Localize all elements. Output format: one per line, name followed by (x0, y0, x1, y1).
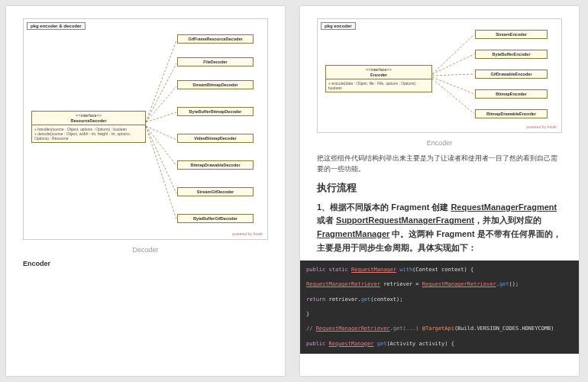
t: 1、根据不同版本的 Fragment 创建 (317, 202, 451, 212)
t: ，并加入到对应的 (474, 215, 541, 225)
page-left: pkg encoder & decoder <<interface>> Reso… (6, 6, 285, 376)
svg-line-12 (432, 79, 474, 114)
c: RequestManagerRetriever (316, 325, 390, 332)
stereotype: <<interface>> (329, 67, 428, 73)
encoder-heading: Encoder (23, 260, 268, 267)
decoder-caption: Decoder (23, 246, 268, 254)
interface-name: Encoder (329, 73, 428, 78)
svg-line-8 (432, 34, 474, 74)
impl-gifdrawableencoder: GifDrawableEncoder (475, 70, 548, 79)
interface-encoder: <<interface>> Encoder + encode(data : Ob… (325, 65, 432, 92)
impl-videobitmapdecoder: VideoBitmapDecoder (177, 134, 254, 143)
svg-line-3 (146, 112, 176, 122)
impl-gifframeresourcedecoder: GifFrameResourceDecoder (177, 34, 254, 44)
impl-streambitmapdecoder: StreamBitmapDecoder (177, 80, 254, 89)
section-heading: 执行流程 (317, 181, 562, 195)
pkg-label: pkg encoder & decoder (27, 22, 86, 30)
interface-methods: + handles(source : Object, options : Opt… (32, 125, 145, 142)
impl-bytebufferencoder: ByteBufferEncoder (475, 50, 548, 59)
svg-line-6 (146, 126, 176, 193)
c: .get(...) (390, 325, 422, 332)
c: (Context context) { (412, 267, 473, 273)
c: with (399, 267, 412, 273)
svg-line-1 (146, 63, 176, 122)
c: get (361, 296, 371, 303)
c: @TargetApi (422, 325, 454, 332)
c: RequestManager (329, 341, 374, 347)
c: return (306, 296, 325, 303)
c: retriever = (380, 281, 422, 287)
c: get (377, 341, 387, 347)
svg-line-2 (146, 86, 176, 122)
stereotype: <<interface>> (35, 113, 142, 118)
c: get (499, 281, 509, 287)
page-right: pkg encoder <<interface>> Encoder + enco… (300, 6, 579, 376)
link-fragmentmanager: FragmentManager (317, 229, 389, 238)
svg-line-4 (146, 126, 176, 140)
c: (); (509, 281, 519, 287)
c: // (306, 325, 316, 332)
svg-line-0 (146, 40, 176, 122)
impl-bitmapencoder: BitmapEncoder (475, 89, 548, 99)
c: (context); (370, 296, 402, 303)
pkg-label: pkg encoder (321, 22, 356, 30)
svg-line-9 (432, 54, 474, 74)
intro-paragraph: 把这些组件代码结构列举出来主要是为了让读者和使用者一目了然的看到自己需要的一些功… (317, 153, 562, 175)
powered-by: powered by Astah (232, 231, 263, 236)
link-requestmanagerfragment: RequestManagerFragment (451, 202, 557, 212)
decoder-diagram: pkg encoder & decoder <<interface>> Reso… (23, 18, 268, 240)
c: RequestManagerRetriever (306, 281, 380, 287)
svg-line-7 (146, 126, 176, 219)
interface-methods: + encode(data : Object, file : File, opt… (326, 79, 431, 92)
c: } (306, 311, 309, 317)
c: RequestManager (351, 267, 396, 273)
impl-filedecoder: FileDecoder (177, 57, 254, 66)
t: 或者 (317, 215, 336, 225)
powered-by: powered by Astah (526, 125, 557, 129)
impl-bitmapdrawabledecoder: BitmapDrawableDecoder (177, 160, 254, 170)
svg-line-11 (432, 77, 474, 94)
impl-streamencoder: StreamEncoder (475, 30, 548, 39)
svg-line-10 (432, 74, 474, 76)
impl-bytebuffergifdecoder: ByteBufferGifDecoder (177, 214, 254, 223)
step-1-heading: 1、根据不同版本的 Fragment 创建 RequestManagerFrag… (317, 201, 562, 254)
c: (Activity activity) { (386, 341, 454, 347)
impl-bitmapdrawableencoder: BitmapDrawableEncoder (475, 109, 548, 118)
link-supportrequestmanagerfragment: SupportRequestManagerFragment (336, 215, 474, 225)
c: public static (306, 267, 351, 273)
c: retriever. (325, 296, 360, 303)
code-block: public static RequestManager with(Contex… (300, 261, 579, 354)
c: RequestManagerRetriever (422, 281, 496, 287)
interface-resourcedecoder: <<interface>> ResourceDecoder + handles(… (31, 111, 146, 143)
svg-line-5 (146, 126, 176, 166)
c: (Build.VERSION_CODES.HONEYCOMB) (454, 325, 554, 332)
interface-name: ResourceDecoder (35, 118, 142, 124)
encoder-caption: Encoder (317, 139, 562, 147)
encoder-diagram: pkg encoder <<interface>> Encoder + enco… (317, 18, 562, 133)
impl-streamgifdecoder: StreamGifDecoder (177, 187, 254, 196)
impl-bytebufferbitmapdecoder: ByteBufferBitmapDecoder (177, 107, 254, 116)
c: public (306, 341, 329, 347)
